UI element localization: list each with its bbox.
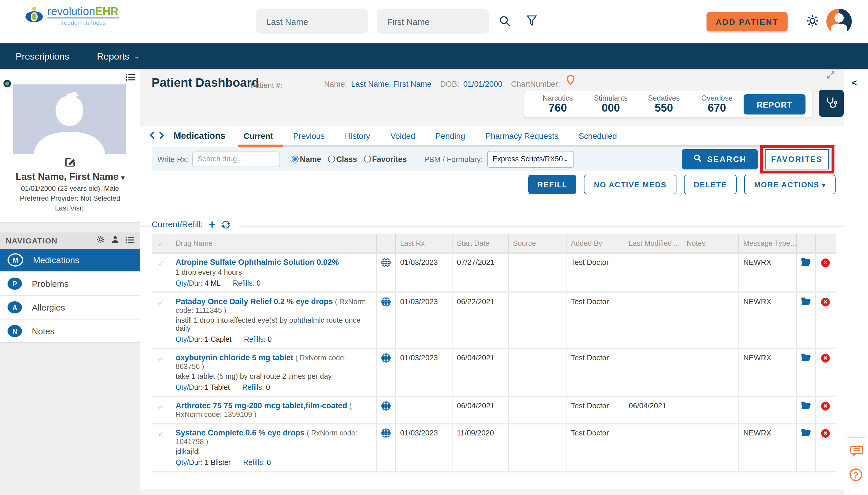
tab-pending[interactable]: Pending <box>435 131 465 140</box>
remove-row-icon[interactable]: × <box>821 429 830 438</box>
row-checkbox[interactable]: ✓ <box>152 292 171 348</box>
row-checkbox[interactable]: ✓ <box>152 396 171 424</box>
select-all-header[interactable]: ✓ <box>152 234 171 253</box>
collapse-panel-icon[interactable]: < <box>852 78 857 87</box>
list-icon[interactable] <box>126 73 135 83</box>
drug-name-link[interactable]: Atropine Sulfate Ophthalmic Solution 0.0… <box>176 258 339 267</box>
folder-icon[interactable] <box>801 403 811 411</box>
remove-row-icon[interactable]: × <box>821 354 830 362</box>
add-patient-button[interactable]: ADD PATIENT <box>706 12 788 31</box>
nav-list-icon[interactable] <box>126 235 134 246</box>
status-dot-icon <box>3 80 11 87</box>
row-checkbox[interactable]: ✓ <box>152 253 171 292</box>
globe-cell <box>376 396 395 424</box>
tab-scheduled[interactable]: Scheduled <box>579 131 617 140</box>
col-notes[interactable]: Notes <box>682 234 738 253</box>
drug-name-link[interactable]: Systane Complete 0.6 % eye drops <box>176 428 305 437</box>
row-checkbox[interactable]: ✓ <box>152 424 171 472</box>
radio-class[interactable]: Class <box>328 155 357 164</box>
refill-button[interactable]: REFILL <box>528 175 577 194</box>
drug-name-link[interactable]: Pataday Once Daily Relief 0.2 % eye drop… <box>176 297 333 306</box>
globe-icon[interactable] <box>381 260 390 269</box>
nav-gear-icon[interactable] <box>97 235 105 246</box>
pbm-formulary-select[interactable]: Express Scripts/RX50 ⌄ <box>487 151 574 167</box>
added-by-cell: Test Doctor <box>566 348 624 396</box>
location-pin-icon[interactable] <box>567 74 574 87</box>
folder-icon[interactable] <box>801 259 811 268</box>
tab-history[interactable]: History <box>345 131 370 140</box>
radio-name[interactable]: Name <box>291 155 321 164</box>
qty-label: Qty/Dur: <box>176 383 202 392</box>
stethoscope-panel-button[interactable] <box>819 90 844 117</box>
qty-value: 1 Blister <box>204 459 231 467</box>
col-last-modified[interactable]: Last Modified ... <box>624 234 682 253</box>
search-icon[interactable] <box>499 15 511 30</box>
remove-row-icon[interactable]: × <box>821 258 830 267</box>
source-cell <box>508 348 566 396</box>
stat-narcotics: Narcotics 760 <box>531 94 584 115</box>
name-value[interactable]: Last Name, First Name <box>351 80 432 88</box>
last-rx-cell: 01/03/2023 <box>395 292 452 348</box>
col-drug-name[interactable]: Drug Name <box>171 234 376 253</box>
sidebar-item-allergies[interactable]: A Allergies <box>0 296 140 319</box>
col-last-rx[interactable]: Last Rx <box>395 234 452 253</box>
tab-voided[interactable]: Voided <box>390 131 415 140</box>
last-rx-cell <box>395 396 452 424</box>
globe-icon[interactable] <box>381 431 390 440</box>
more-actions-button[interactable]: MORE ACTIONS ▾ <box>744 175 836 194</box>
last-name-search-input[interactable] <box>256 9 368 34</box>
globe-icon[interactable] <box>381 356 390 364</box>
expand-icon[interactable] <box>827 71 835 82</box>
folder-icon[interactable] <box>801 298 811 307</box>
remove-row-icon[interactable]: × <box>821 297 830 306</box>
drug-name-link[interactable]: oxybutynin chloride 5 mg tablet <box>176 353 294 362</box>
radio-favorites[interactable]: Favorites <box>364 155 407 164</box>
col-message-type[interactable]: Message Type... <box>738 234 796 253</box>
delete-button[interactable]: DELETE <box>684 175 737 194</box>
filter-icon[interactable] <box>527 15 537 30</box>
edit-patient-icon[interactable] <box>64 156 76 170</box>
tabs-scroll-left-icon[interactable] <box>149 131 154 142</box>
drug-search-button[interactable]: SEARCH <box>682 149 758 169</box>
globe-icon[interactable] <box>381 404 390 412</box>
help-icon[interactable]: ? <box>850 468 862 481</box>
sidebar-item-notes[interactable]: N Notes <box>0 320 140 343</box>
no-active-meds-button[interactable]: NO ACTIVE MEDS <box>584 175 677 194</box>
sidebar-item-medications[interactable]: M Medications <box>0 249 140 272</box>
drug-name-link[interactable]: Arthrotec 75 75 mg-200 mcg tablet,film-c… <box>176 401 347 410</box>
chat-icon[interactable] <box>850 445 863 459</box>
col-source[interactable]: Source <box>508 234 566 253</box>
favorites-button[interactable]: FAVORITES <box>765 149 829 169</box>
table-header-row: ✓ Drug Name Last Rx Start Date Source Ad… <box>152 234 836 253</box>
navbar-item-prescriptions[interactable]: Prescriptions <box>16 51 69 62</box>
col-start-date[interactable]: Start Date <box>452 234 508 253</box>
pbm-formulary-label: PBM / Formulary: <box>424 155 483 164</box>
report-button[interactable]: REPORT <box>743 94 805 115</box>
tab-pharmacy-requests[interactable]: Pharmacy Requests <box>485 131 558 140</box>
remove-row-icon[interactable]: × <box>821 402 830 410</box>
table-row: ✓ Pataday Once Daily Relief 0.2 % eye dr… <box>152 292 836 348</box>
sidebar-item-problems[interactable]: P Problems <box>0 272 140 295</box>
col-added-by[interactable]: Added By <box>566 234 624 253</box>
patient-name-dropdown[interactable]: Last Name, First Name ▾ <box>0 171 140 182</box>
folder-cell <box>796 292 815 348</box>
row-checkbox[interactable]: ✓ <box>152 348 171 396</box>
first-name-search-input[interactable] <box>377 9 489 34</box>
gear-icon[interactable] <box>806 15 819 30</box>
nav-person-icon[interactable] <box>111 235 119 246</box>
medications-table: ✓ Drug Name Last Rx Start Date Source Ad… <box>152 234 836 473</box>
refresh-icon[interactable] <box>221 220 231 229</box>
tabs-scroll-right-icon[interactable] <box>159 131 164 142</box>
user-avatar[interactable] <box>827 9 852 34</box>
navbar-item-reports[interactable]: Reports⌄ <box>97 51 139 62</box>
folder-icon[interactable] <box>801 430 811 438</box>
folder-icon[interactable] <box>801 355 811 363</box>
add-medication-icon[interactable]: + <box>208 219 215 230</box>
tab-previous[interactable]: Previous <box>293 131 324 140</box>
globe-icon[interactable] <box>381 300 390 308</box>
caret-down-icon: ▾ <box>121 174 124 181</box>
drug-cell: Pataday Once Daily Relief 0.2 % eye drop… <box>171 292 376 348</box>
page-title: Patient Dashboard <box>152 76 259 90</box>
tab-current[interactable]: Current <box>244 131 273 140</box>
drug-search-input[interactable] <box>192 151 280 167</box>
